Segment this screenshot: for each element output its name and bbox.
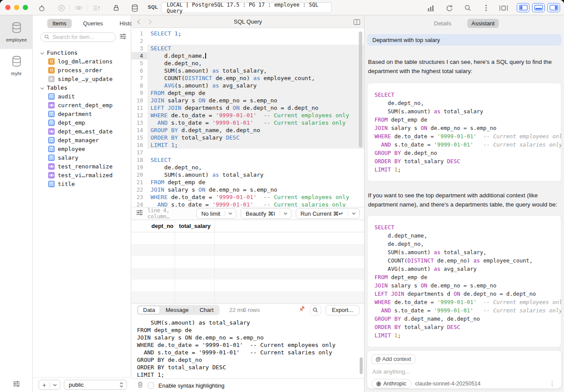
more-icon[interactable]	[482, 4, 490, 12]
tab-assistant[interactable]: Assistant	[467, 19, 499, 28]
editor-scrollbar[interactable]	[359, 32, 362, 147]
editor-line-17[interactable]: 17	[132, 149, 364, 156]
tab-chart[interactable]: Chart	[194, 306, 219, 314]
trash-icon[interactable]	[137, 381, 144, 390]
sql-editor[interactable]: 1SELECT 1;23SELECT4 d.dept_name,5 de.dep…	[132, 28, 364, 207]
connection-myhr[interactable]: myhr	[0, 49, 33, 83]
table-row[interactable]	[132, 232, 364, 244]
item-test_virmalized[interactable]: test_vi…rmalized	[40, 171, 131, 179]
filter-sliders-icon[interactable]	[136, 209, 143, 218]
tab-items[interactable]: Items	[47, 19, 72, 28]
center-layout-icon[interactable]	[499, 4, 508, 12]
item-department[interactable]: department	[40, 109, 131, 118]
filter-sliders-icon[interactable]	[119, 33, 126, 42]
editor-line-5[interactable]: 5 de.dept_no,	[132, 60, 364, 67]
eye-icon[interactable]	[74, 4, 83, 12]
connection-employee[interactable]: employee	[0, 15, 33, 49]
target-icon[interactable]	[37, 4, 46, 12]
back-icon[interactable]	[135, 18, 142, 25]
editor-line-10[interactable]: 10JOIN salary s ON de.emp_no = s.emp_no	[132, 97, 364, 104]
editor-line-18[interactable]: 18SELECT	[132, 156, 364, 164]
editor-line-20[interactable]: 20 SUM(s.amount) as total_salary	[132, 171, 364, 178]
message-panel[interactable]: SUM(s.amount) as total_salaryFROM dept_e…	[132, 316, 364, 379]
filter-sliders-icon[interactable]	[13, 380, 20, 389]
database-icon[interactable]	[130, 4, 139, 12]
search-results-button[interactable]	[310, 305, 321, 315]
minimize-window-button[interactable]	[14, 5, 19, 10]
item-current_dept_emp[interactable]: current_dept_emp	[40, 101, 131, 109]
section-tables[interactable]: Tables	[40, 83, 131, 92]
item-dept_emp[interactable]: dept_emp	[40, 118, 131, 127]
editor-line-24[interactable]: 24 AND s.to_date = '9999-01-01' -- Curre…	[132, 201, 364, 207]
table-row[interactable]	[132, 256, 364, 268]
search-input[interactable]	[52, 34, 112, 41]
item-employee[interactable]: employee	[40, 144, 131, 153]
sidebar-search[interactable]	[40, 32, 116, 42]
section-functions[interactable]: Functions	[40, 48, 131, 57]
refresh-icon[interactable]	[445, 4, 454, 12]
editor-line-14[interactable]: 14GROUP BY d.dept_name, de.dept_no	[132, 126, 364, 134]
lock-icon[interactable]	[112, 4, 120, 12]
connection-breadcrumb[interactable]: LOCAL | PostgreSQL 17.5 : PG 17 : employ…	[161, 2, 332, 13]
editor-line-1[interactable]: 1SELECT 1;	[132, 30, 364, 37]
editor-line-3[interactable]: 3SELECT	[132, 45, 364, 52]
tab-queries[interactable]: Queries	[78, 19, 109, 28]
tab-message[interactable]: Message	[160, 306, 194, 314]
close-window-button[interactable]	[5, 5, 11, 10]
editor-line-9[interactable]: 9FROM dept_emp de	[132, 89, 364, 97]
results-grid[interactable]: dept_no total_salary	[132, 220, 364, 304]
editor-line-4[interactable]: 4 d.dept_name,	[132, 52, 364, 60]
syntax-highlight-checkbox[interactable]	[148, 382, 154, 388]
message-scrollbar[interactable]	[360, 357, 363, 374]
run-current-button[interactable]: Run Current ⌘↵	[296, 208, 360, 219]
log-list-icon[interactable]	[92, 4, 101, 12]
split-view-icon[interactable]	[353, 18, 361, 25]
item-dept_manager[interactable]: dept_manager	[40, 136, 131, 144]
add-context-button[interactable]: @ Add context	[371, 354, 415, 364]
chart-icon[interactable]	[426, 4, 435, 12]
item-process_order[interactable]: ()process_order	[40, 66, 131, 74]
tab-data[interactable]: Data	[138, 306, 160, 314]
editor-line-22[interactable]: 22JOIN salary s ON de.emp_no = s.emp_no	[132, 186, 364, 193]
toggle-bottom-panel-icon[interactable]	[532, 3, 545, 12]
schema-select[interactable]: public	[64, 380, 127, 390]
export-button[interactable]: Export...	[326, 305, 360, 315]
item-simple_y_update[interactable]: ⚙simple_…y_update	[40, 74, 131, 83]
zoom-window-button[interactable]	[23, 5, 28, 10]
chat-input[interactable]	[371, 368, 557, 375]
item-title[interactable]: title	[40, 179, 131, 188]
editor-line-13[interactable]: 13 AND s.to_date = '9999-01-01' -- Curre…	[132, 119, 364, 126]
limit-select[interactable]: No limit	[196, 208, 236, 219]
column-divider[interactable]	[175, 220, 175, 303]
pin-icon[interactable]	[298, 305, 305, 315]
table-row[interactable]	[132, 291, 364, 303]
editor-line-8[interactable]: 8 AVG(s.amount) as avg_salary	[132, 82, 364, 89]
item-log_dmlerations[interactable]: ()log_dml…erations	[40, 57, 131, 66]
table-row[interactable]	[132, 268, 364, 280]
disconnect-icon[interactable]	[57, 4, 66, 12]
toggle-right-panel-icon[interactable]	[547, 3, 560, 12]
item-test_renormalize[interactable]: test_renormalize	[40, 162, 131, 171]
table-row[interactable]	[132, 244, 364, 256]
search-icon[interactable]	[463, 4, 472, 12]
table-row[interactable]	[132, 280, 364, 291]
editor-line-21[interactable]: 21FROM dept_emp de	[132, 178, 364, 186]
editor-line-19[interactable]: 19 de.dept_no,	[132, 164, 364, 171]
column-divider[interactable]	[214, 220, 215, 303]
item-audit[interactable]: audit	[40, 92, 131, 101]
conversation-title[interactable]: Department with top salary	[367, 34, 561, 46]
column-header[interactable]: dept_no	[151, 223, 174, 229]
add-item-button[interactable]: +	[39, 380, 60, 390]
provider-select[interactable]: Anthropic	[371, 379, 411, 388]
editor-line-2[interactable]: 2	[132, 37, 364, 45]
editor-line-23[interactable]: 23WHERE de.to_date = '9999-01-01' -- Cur…	[132, 193, 364, 201]
beautify-button[interactable]: Beautify ⌘I	[241, 208, 291, 219]
item-dept_emest_date[interactable]: dept_em…est_date	[40, 127, 131, 136]
more-icon[interactable]: ⋮	[547, 380, 557, 387]
item-salary[interactable]: salary	[40, 153, 131, 162]
editor-tab-title[interactable]: SQL Query	[234, 18, 262, 25]
editor-line-7[interactable]: 7 COUNT(DISTINCT de.emp_no) as employee_…	[132, 74, 364, 82]
editor-line-12[interactable]: 12WHERE de.to_date = '9999-01-01' -- Cur…	[132, 112, 364, 119]
tab-details[interactable]: Details	[430, 19, 456, 28]
editor-line-16[interactable]: 16LIMIT 1;	[132, 141, 364, 149]
